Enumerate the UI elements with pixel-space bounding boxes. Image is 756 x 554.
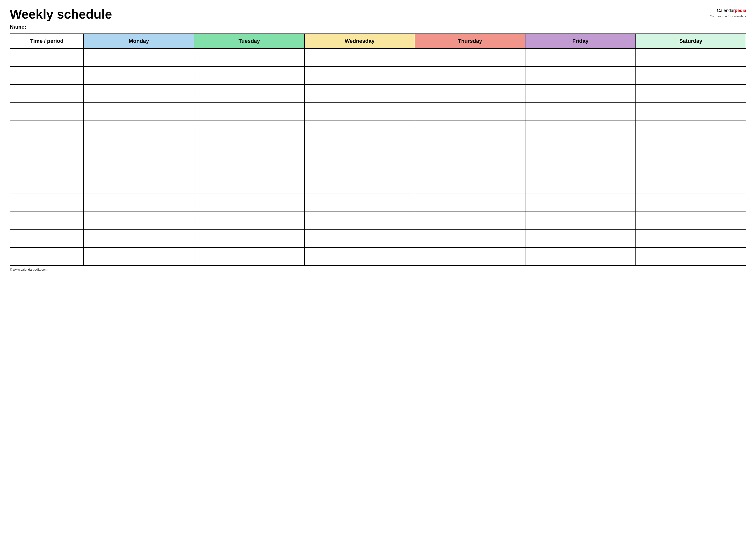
- footer-url: © www.calendarpedia.com: [10, 268, 47, 271]
- day-cell[interactable]: [305, 66, 415, 85]
- col-header-monday: Monday: [84, 34, 194, 48]
- page-title: Weekly schedule: [10, 7, 112, 21]
- time-cell[interactable]: [10, 121, 84, 139]
- day-cell[interactable]: [415, 229, 526, 247]
- day-cell[interactable]: [525, 103, 636, 121]
- day-cell[interactable]: [636, 193, 746, 211]
- day-cell[interactable]: [194, 193, 305, 211]
- day-cell[interactable]: [84, 48, 194, 66]
- day-cell[interactable]: [194, 175, 305, 193]
- day-cell[interactable]: [84, 121, 194, 139]
- day-cell[interactable]: [194, 103, 305, 121]
- brand-name-red: pedia: [735, 8, 746, 13]
- day-cell[interactable]: [84, 66, 194, 85]
- day-cell[interactable]: [305, 85, 415, 103]
- time-cell[interactable]: [10, 48, 84, 66]
- day-cell[interactable]: [194, 48, 305, 66]
- day-cell[interactable]: [525, 175, 636, 193]
- table-row: [10, 247, 746, 266]
- day-cell[interactable]: [194, 157, 305, 175]
- day-cell[interactable]: [194, 66, 305, 85]
- day-cell[interactable]: [525, 211, 636, 229]
- day-cell[interactable]: [305, 48, 415, 66]
- day-cell[interactable]: [636, 66, 746, 85]
- time-cell[interactable]: [10, 157, 84, 175]
- day-cell[interactable]: [84, 139, 194, 157]
- day-cell[interactable]: [194, 211, 305, 229]
- time-cell[interactable]: [10, 139, 84, 157]
- day-cell[interactable]: [84, 103, 194, 121]
- day-cell[interactable]: [415, 66, 526, 85]
- day-cell[interactable]: [194, 85, 305, 103]
- day-cell[interactable]: [525, 247, 636, 266]
- day-cell[interactable]: [194, 229, 305, 247]
- table-row: [10, 229, 746, 247]
- day-cell[interactable]: [636, 48, 746, 66]
- day-cell[interactable]: [415, 157, 526, 175]
- day-cell[interactable]: [415, 139, 526, 157]
- day-cell[interactable]: [84, 85, 194, 103]
- day-cell[interactable]: [305, 175, 415, 193]
- table-row: [10, 139, 746, 157]
- table-row: [10, 66, 746, 85]
- day-cell[interactable]: [636, 175, 746, 193]
- time-cell[interactable]: [10, 103, 84, 121]
- title-area: Weekly schedule: [10, 7, 112, 21]
- day-cell[interactable]: [305, 193, 415, 211]
- day-cell[interactable]: [84, 229, 194, 247]
- table-row: [10, 103, 746, 121]
- day-cell[interactable]: [305, 157, 415, 175]
- day-cell[interactable]: [305, 229, 415, 247]
- day-cell[interactable]: [636, 247, 746, 266]
- col-header-saturday: Saturday: [636, 34, 746, 48]
- day-cell[interactable]: [525, 48, 636, 66]
- day-cell[interactable]: [305, 103, 415, 121]
- time-cell[interactable]: [10, 66, 84, 85]
- table-header-row: Time / period Monday Tuesday Wednesday T…: [10, 34, 746, 48]
- day-cell[interactable]: [194, 121, 305, 139]
- day-cell[interactable]: [305, 211, 415, 229]
- time-cell[interactable]: [10, 175, 84, 193]
- day-cell[interactable]: [636, 85, 746, 103]
- day-cell[interactable]: [415, 121, 526, 139]
- day-cell[interactable]: [636, 211, 746, 229]
- day-cell[interactable]: [194, 247, 305, 266]
- day-cell[interactable]: [415, 175, 526, 193]
- time-cell[interactable]: [10, 85, 84, 103]
- day-cell[interactable]: [415, 193, 526, 211]
- day-cell[interactable]: [415, 247, 526, 266]
- day-cell[interactable]: [525, 157, 636, 175]
- time-cell[interactable]: [10, 193, 84, 211]
- day-cell[interactable]: [636, 103, 746, 121]
- day-cell[interactable]: [415, 103, 526, 121]
- day-cell[interactable]: [84, 157, 194, 175]
- time-cell[interactable]: [10, 211, 84, 229]
- day-cell[interactable]: [525, 139, 636, 157]
- time-cell[interactable]: [10, 229, 84, 247]
- day-cell[interactable]: [636, 121, 746, 139]
- brand-name-black: Calendar: [717, 8, 735, 13]
- day-cell[interactable]: [194, 139, 305, 157]
- day-cell[interactable]: [525, 121, 636, 139]
- day-cell[interactable]: [305, 139, 415, 157]
- day-cell[interactable]: [84, 175, 194, 193]
- time-cell[interactable]: [10, 247, 84, 266]
- col-header-time: Time / period: [10, 34, 84, 48]
- day-cell[interactable]: [84, 247, 194, 266]
- day-cell[interactable]: [84, 211, 194, 229]
- day-cell[interactable]: [84, 193, 194, 211]
- day-cell[interactable]: [305, 247, 415, 266]
- table-row: [10, 157, 746, 175]
- day-cell[interactable]: [636, 139, 746, 157]
- day-cell[interactable]: [415, 211, 526, 229]
- day-cell[interactable]: [525, 229, 636, 247]
- col-header-friday: Friday: [525, 34, 636, 48]
- day-cell[interactable]: [415, 85, 526, 103]
- day-cell[interactable]: [525, 193, 636, 211]
- day-cell[interactable]: [305, 121, 415, 139]
- day-cell[interactable]: [415, 48, 526, 66]
- day-cell[interactable]: [636, 157, 746, 175]
- day-cell[interactable]: [525, 66, 636, 85]
- day-cell[interactable]: [525, 85, 636, 103]
- day-cell[interactable]: [636, 229, 746, 247]
